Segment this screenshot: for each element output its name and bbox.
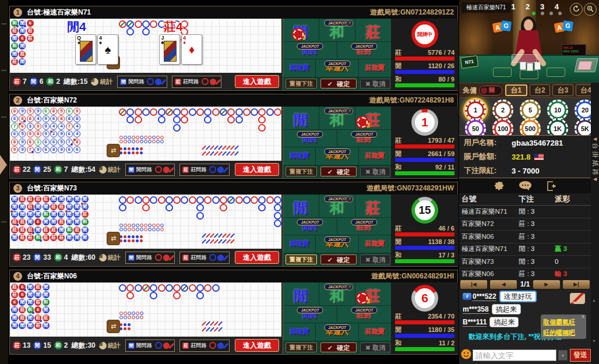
ask-road-banker[interactable]: 莊莊問路 bbox=[179, 164, 230, 176]
live-video-panel[interactable]: A G A G N71 MIN 20 MAX 10000 極速百家樂N71 1 … bbox=[459, 0, 599, 83]
refresh-video-icon[interactable] bbox=[570, 3, 583, 16]
statistics-button[interactable]: 統計 bbox=[100, 77, 112, 86]
currency-flag-icon[interactable] bbox=[534, 154, 544, 160]
bet-spot-lucky-six[interactable]: JACKPOT幸運六 bbox=[316, 147, 358, 165]
bet-spot-banker-dragon[interactable]: 莊龍寶 bbox=[359, 323, 391, 341]
bet-spot-tie[interactable]: JACKPOT?和 bbox=[319, 282, 355, 305]
bet-spot-banker-pair[interactable]: JACKPOT莊對 bbox=[337, 42, 391, 59]
bet-spot-player[interactable]: 閒 bbox=[283, 282, 319, 305]
settings-gear-icon[interactable] bbox=[493, 181, 504, 192]
bet-spot-banker-pair[interactable]: JACKPOT莊對 bbox=[337, 306, 391, 323]
bet-spot-player[interactable]: 閒 bbox=[283, 107, 319, 129]
rebet-button[interactable]: 重複下注 bbox=[286, 167, 317, 176]
bet-spot-player[interactable]: 閒3 bbox=[283, 19, 319, 41]
ask-road-banker[interactable]: 莊莊問路 bbox=[179, 340, 230, 352]
cancel-button[interactable]: ✖ 取消 bbox=[360, 167, 390, 176]
cancel-button[interactable]: ✖ 取消 bbox=[360, 342, 390, 352]
bet-spot-player[interactable]: 閒 bbox=[283, 195, 319, 217]
bet-spot-banker[interactable]: 莊 bbox=[355, 195, 391, 217]
chip-10[interactable]: 10 bbox=[547, 100, 568, 121]
nickname-ad-popup[interactable]: x 取個霸氣旺 旺的暱稱吧 bbox=[541, 314, 586, 339]
confirm-button[interactable]: ✔ 確定 bbox=[320, 167, 357, 176]
bet-spot-player-pair[interactable]: JACKPOT閒對 bbox=[283, 306, 337, 323]
bet-spot-player-pair[interactable]: JACKPOT閒對 bbox=[283, 42, 337, 59]
rebet-button[interactable]: 重複下注 bbox=[286, 79, 317, 89]
ask-road-player[interactable]: 閒閒問路 bbox=[125, 164, 175, 176]
next-page-button[interactable]: ▶ bbox=[533, 280, 560, 289]
chip-2[interactable]: 2 bbox=[492, 100, 513, 121]
statistics-pie-icon[interactable] bbox=[99, 342, 107, 349]
cancel-button[interactable]: ✖ 取消 bbox=[360, 255, 390, 264]
chat-scroll-up-hint[interactable]: ▲ bbox=[592, 298, 596, 302]
switch-road-icon[interactable]: ⇄ bbox=[107, 320, 120, 333]
chat-scroll-up-button[interactable]: ▲ bbox=[558, 350, 568, 361]
chip-5[interactable]: 5 bbox=[520, 100, 541, 121]
exit-door-icon[interactable] bbox=[547, 181, 558, 191]
table-tab-3[interactable]: 台3 bbox=[552, 84, 573, 96]
bet-spot-lucky-six[interactable]: JACKPOT幸運六 bbox=[316, 235, 358, 253]
bet-spot-banker[interactable]: 莊 bbox=[355, 19, 391, 41]
bet-spot-banker-dragon[interactable]: 莊龍寶 bbox=[359, 147, 391, 165]
enter-game-button[interactable]: 進入遊戲 bbox=[235, 251, 279, 264]
help-icon[interactable]: ? bbox=[346, 108, 353, 115]
statistics-button[interactable]: 統計 bbox=[108, 253, 121, 262]
ask-road-player[interactable]: 閒閒問路 bbox=[117, 76, 167, 88]
table-tab-2[interactable]: 台2 bbox=[530, 84, 551, 96]
bet-spot-lucky-six[interactable]: JACKPOT幸運六 bbox=[316, 59, 358, 77]
ask-road-banker[interactable]: 莊莊問路 bbox=[179, 252, 230, 264]
statistics-button[interactable]: 統計 bbox=[108, 165, 121, 174]
ask-road-banker[interactable]: 莊莊問路 bbox=[172, 76, 222, 88]
camera-dot-4[interactable] bbox=[558, 12, 562, 15]
confirm-button[interactable]: ✔ 確定 bbox=[320, 79, 357, 89]
bet-spot-player-dragon[interactable]: 閒龍寶 bbox=[283, 323, 316, 341]
statistics-button[interactable]: 統計 bbox=[108, 341, 121, 350]
roadmap-pin-tab[interactable]: ◀台掛紙路◀ bbox=[591, 136, 599, 182]
left-collapsed-sidebar[interactable] bbox=[0, 0, 8, 364]
camera-numbers[interactable]: 1 2 3 4 bbox=[511, 2, 563, 11]
enter-game-button[interactable]: 進入遊戲 bbox=[235, 75, 279, 88]
bet-spot-player-dragon[interactable]: 閒龍寶 bbox=[283, 59, 316, 77]
chip-1[interactable]: 1 bbox=[465, 100, 486, 121]
ask-road-player[interactable]: 閒閒問路 bbox=[125, 252, 175, 264]
ad-close-icon[interactable]: x bbox=[582, 313, 585, 319]
bet-spot-banker[interactable]: 莊3 bbox=[355, 107, 391, 129]
camera-dot-3[interactable] bbox=[549, 12, 553, 15]
last-page-button[interactable]: ▶| bbox=[563, 280, 590, 289]
help-icon[interactable]: ? bbox=[346, 196, 353, 203]
statistics-pie-icon[interactable] bbox=[99, 166, 107, 174]
cancel-button[interactable]: ✖ 取消 bbox=[360, 79, 390, 89]
enter-game-button[interactable]: 進入遊戲 bbox=[235, 163, 279, 176]
chat-bubble-icon[interactable] bbox=[519, 181, 531, 191]
statistics-pie-icon[interactable] bbox=[99, 254, 107, 261]
camera-dot-1[interactable] bbox=[532, 12, 535, 15]
bet-spot-banker-dragon[interactable]: 莊龍寶 bbox=[359, 235, 391, 253]
bet-spot-player-dragon[interactable]: 閒龍寶 bbox=[283, 147, 316, 165]
confirm-button[interactable]: ✔ 確定 bbox=[320, 342, 357, 352]
help-icon[interactable]: ? bbox=[346, 20, 353, 27]
sidebar-expand-arrow[interactable] bbox=[0, 155, 7, 175]
bet-spot-banker[interactable]: 莊3 bbox=[355, 282, 391, 305]
collapse-arrow-icon[interactable]: ◀ bbox=[591, 176, 599, 182]
confirm-button[interactable]: ✔ 確定 bbox=[320, 255, 357, 264]
table-tab-1[interactable]: 台1 bbox=[505, 84, 527, 96]
ask-road-player[interactable]: 閒閒問路 bbox=[125, 340, 175, 352]
bet-spot-lucky-six[interactable]: JACKPOT幸運六 bbox=[316, 323, 358, 341]
chat-scroll-down-hint[interactable]: ▼ bbox=[592, 339, 596, 343]
camera-dot-2[interactable] bbox=[541, 12, 544, 15]
bet-spot-tie[interactable]: JACKPOT?和 bbox=[319, 19, 355, 41]
chat-text-input[interactable] bbox=[473, 349, 556, 361]
switch-road-icon[interactable]: ⇄ bbox=[107, 232, 120, 245]
rebet-button[interactable]: 重複下注 bbox=[286, 342, 317, 352]
commission-toggle[interactable]: 關 bbox=[479, 86, 502, 96]
bet-spot-tie[interactable]: JACKPOT?和 bbox=[319, 195, 355, 217]
rebet-button[interactable]: 重複下注 bbox=[286, 255, 317, 264]
enter-game-button[interactable]: 進入遊戲 bbox=[235, 339, 279, 352]
bet-spot-banker-pair[interactable]: JACKPOT莊對 bbox=[337, 130, 391, 147]
statistics-pie-icon[interactable] bbox=[91, 78, 98, 86]
bet-spot-tie[interactable]: JACKPOT?和 bbox=[319, 107, 355, 129]
prev-page-button[interactable]: ◀ bbox=[490, 280, 517, 289]
collapse-arrow-icon[interactable]: ◀ bbox=[591, 136, 599, 142]
emoji-smiley-icon[interactable] bbox=[461, 349, 471, 362]
first-page-button[interactable]: |◀ bbox=[460, 280, 487, 289]
help-icon[interactable]: ? bbox=[346, 284, 353, 291]
